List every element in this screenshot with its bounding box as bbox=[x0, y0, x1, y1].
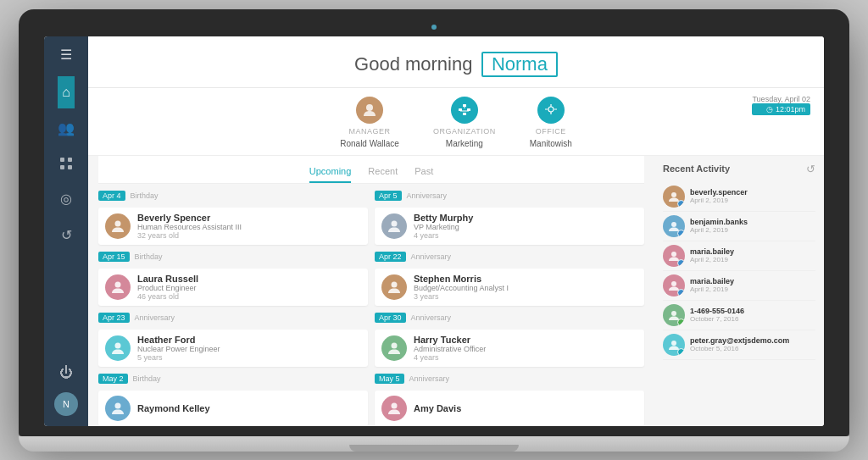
activity-info: benjamin.banks April 2, 2019 bbox=[690, 218, 815, 234]
svg-point-19 bbox=[392, 342, 398, 348]
event-info: Beverly Spencer Human Resources Assistan… bbox=[137, 213, 361, 240]
org-icon-circle bbox=[451, 97, 478, 124]
manager-info: MANAGER Ronald Wallace bbox=[340, 97, 399, 148]
event-type-badge: Anniversary bbox=[411, 252, 452, 261]
org-info: ORGANIZATION Marketing bbox=[433, 97, 496, 148]
activity-item[interactable]: beverly.spencer April 2, 2019 bbox=[663, 182, 815, 212]
svg-point-24 bbox=[671, 281, 676, 286]
activity-item[interactable]: benjamin.banks April 2, 2019 bbox=[663, 212, 815, 241]
event-type-badge: Anniversary bbox=[407, 191, 448, 200]
date-text: Tuesday, April 02 bbox=[752, 95, 810, 103]
info-bar: MANAGER Ronald Wallace bbox=[88, 88, 824, 156]
svg-point-23 bbox=[671, 252, 676, 257]
event-title: VP Marketing bbox=[414, 223, 637, 231]
sidebar-item-org[interactable] bbox=[58, 148, 75, 179]
event-sub: 4 years bbox=[414, 231, 637, 240]
event-group-header: Apr 23 Anniversary bbox=[98, 313, 368, 323]
activity-date: April 2, 2019 bbox=[690, 226, 815, 234]
activity-info: peter.gray@extjsdemo.com October 5, 2016 bbox=[690, 336, 815, 352]
event-date-badge: Apr 4 bbox=[98, 191, 125, 201]
event-card[interactable]: Raymond Kelley bbox=[98, 391, 368, 426]
event-date-badge: May 5 bbox=[375, 374, 404, 384]
manager-label: MANAGER bbox=[349, 127, 391, 136]
event-name: Betty Murphy bbox=[414, 213, 637, 223]
event-info: Amy Davis bbox=[414, 403, 637, 413]
sidebar-item-refresh[interactable]: ↺ bbox=[58, 219, 75, 252]
office-name: Manitowish bbox=[530, 139, 572, 148]
menu-icon[interactable]: ☰ bbox=[60, 47, 72, 63]
event-title: Human Resources Assistant III bbox=[137, 223, 361, 231]
tab-upcoming[interactable]: Upcoming bbox=[309, 163, 352, 183]
greeting-name: Norma bbox=[481, 52, 558, 77]
tab-past[interactable]: Past bbox=[415, 163, 433, 183]
activity-info: maria.bailey April 2, 2019 bbox=[690, 247, 815, 263]
event-name: Beverly Spencer bbox=[137, 213, 361, 223]
activity-avatar bbox=[663, 186, 685, 208]
event-type-badge: Birthday bbox=[133, 374, 161, 383]
svg-point-13 bbox=[115, 220, 121, 226]
event-card[interactable]: Beverly Spencer Human Resources Assistan… bbox=[98, 208, 368, 245]
activity-indicator bbox=[677, 200, 685, 208]
activity-indicator bbox=[677, 319, 685, 326]
sidebar-item-globe[interactable]: ◎ bbox=[58, 182, 75, 215]
org-name: Marketing bbox=[446, 139, 483, 148]
event-date-badge: Apr 30 bbox=[375, 313, 406, 323]
sidebar-item-home[interactable]: ⌂ bbox=[58, 76, 75, 108]
activity-username: 1-469-555-0146 bbox=[690, 307, 815, 315]
activity-date: October 5, 2016 bbox=[690, 345, 815, 352]
power-icon[interactable]: ⏻ bbox=[54, 357, 78, 389]
activity-avatar bbox=[663, 274, 685, 297]
event-title: Administrative Officer bbox=[414, 345, 637, 353]
activity-username: maria.bailey bbox=[690, 277, 815, 285]
event-type-badge: Birthday bbox=[135, 252, 163, 261]
activity-username: maria.bailey bbox=[690, 247, 815, 256]
event-card[interactable]: Betty Murphy VP Marketing 4 years bbox=[375, 208, 644, 245]
event-card[interactable]: Heather Ford Nuclear Power Engineer 5 ye… bbox=[98, 330, 368, 367]
laptop-frame: ☰ ⌂ 👥 ◎ ↺ ⏻ bbox=[19, 9, 849, 452]
svg-point-22 bbox=[671, 222, 676, 227]
event-date-badge: May 2 bbox=[98, 374, 128, 384]
activity-item[interactable]: maria.bailey April 2, 2019 bbox=[663, 241, 815, 271]
svg-point-21 bbox=[671, 192, 676, 197]
activity-item[interactable]: peter.gray@extjsdemo.com October 5, 2016 bbox=[663, 330, 815, 360]
svg-point-26 bbox=[671, 341, 676, 346]
activity-indicator bbox=[677, 289, 685, 297]
event-card[interactable]: Laura Russell Product Engineer 46 years … bbox=[98, 269, 368, 306]
svg-point-12 bbox=[548, 107, 554, 112]
events-columns: Apr 4 Birthday Beverly Spencer Human Res… bbox=[98, 191, 644, 426]
activity-date: April 2, 2019 bbox=[690, 197, 815, 204]
activity-info: 1-469-555-0146 October 7, 2016 bbox=[690, 307, 815, 323]
activity-item[interactable]: maria.bailey April 2, 2019 bbox=[663, 271, 815, 301]
event-avatar bbox=[105, 274, 131, 300]
event-date-badge: Apr 5 bbox=[375, 191, 402, 201]
event-card[interactable]: Amy Davis bbox=[375, 391, 644, 426]
user-avatar[interactable]: N bbox=[54, 392, 78, 416]
time-badge: ◷ 12:01pm bbox=[752, 103, 810, 115]
event-group-header: Apr 22 Anniversary bbox=[375, 252, 644, 262]
event-sub: 46 years old bbox=[137, 292, 361, 301]
sidebar-item-people[interactable]: 👥 bbox=[58, 112, 75, 145]
tab-recent[interactable]: Recent bbox=[368, 163, 398, 183]
svg-point-18 bbox=[392, 281, 398, 287]
event-avatar bbox=[105, 213, 131, 239]
activity-avatar bbox=[663, 334, 685, 356]
office-info: OFFICE Manitowish bbox=[530, 97, 572, 148]
event-avatar bbox=[381, 274, 407, 300]
event-card[interactable]: Stephen Morris Budget/Accounting Analyst… bbox=[375, 269, 644, 306]
svg-point-25 bbox=[671, 311, 676, 316]
event-title: Nuclear Power Engineer bbox=[137, 345, 361, 353]
event-group-header: May 5 Anniversary bbox=[375, 374, 644, 384]
activity-refresh-icon[interactable]: ↺ bbox=[806, 163, 815, 175]
event-name: Harry Tucker bbox=[414, 335, 637, 345]
activity-date: April 2, 2019 bbox=[690, 285, 815, 293]
event-name: Amy Davis bbox=[414, 403, 637, 413]
event-card[interactable]: Harry Tucker Administrative Officer 4 ye… bbox=[375, 330, 644, 367]
event-group-header: Apr 30 Anniversary bbox=[375, 313, 644, 323]
event-type-badge: Anniversary bbox=[135, 313, 175, 322]
activity-item[interactable]: 1-469-555-0146 October 7, 2016 bbox=[663, 301, 815, 330]
svg-rect-5 bbox=[463, 104, 466, 107]
datetime-badge: Tuesday, April 02 ◷ 12:01pm bbox=[752, 95, 810, 115]
screen-bezel: ☰ ⌂ 👥 ◎ ↺ ⏻ bbox=[19, 9, 849, 436]
main-content: Good morning Norma MANAGER Ronald Wal bbox=[88, 36, 824, 426]
tabs-bar: Upcoming Recent Past bbox=[98, 156, 644, 184]
